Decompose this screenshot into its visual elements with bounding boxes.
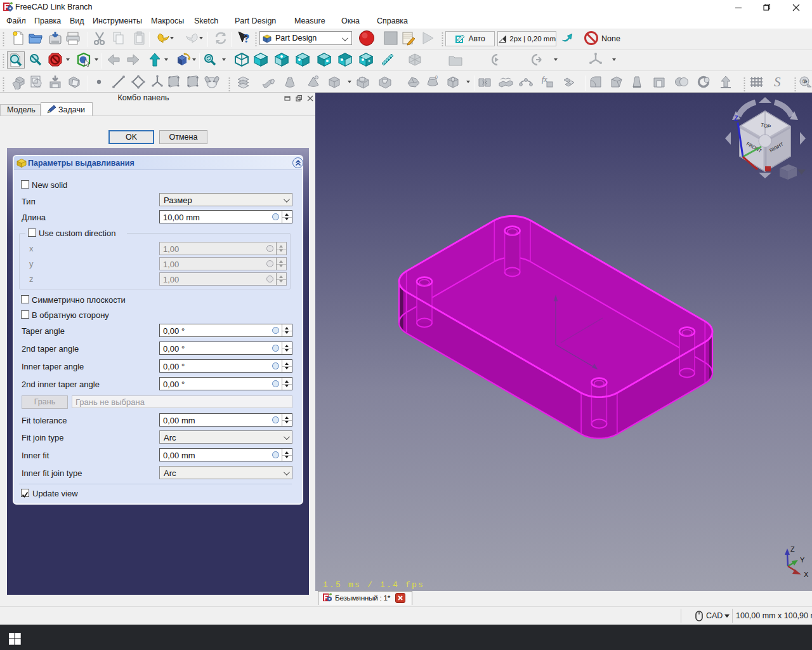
svg-text:1.5 ms / 1.4 fps: 1.5 ms / 1.4 fps xyxy=(323,580,424,590)
svg-text:Z: Z xyxy=(790,545,795,553)
svg-text:X: X xyxy=(804,571,809,578)
svg-text:Z: Z xyxy=(734,114,738,122)
svg-text:Y: Y xyxy=(800,556,805,564)
